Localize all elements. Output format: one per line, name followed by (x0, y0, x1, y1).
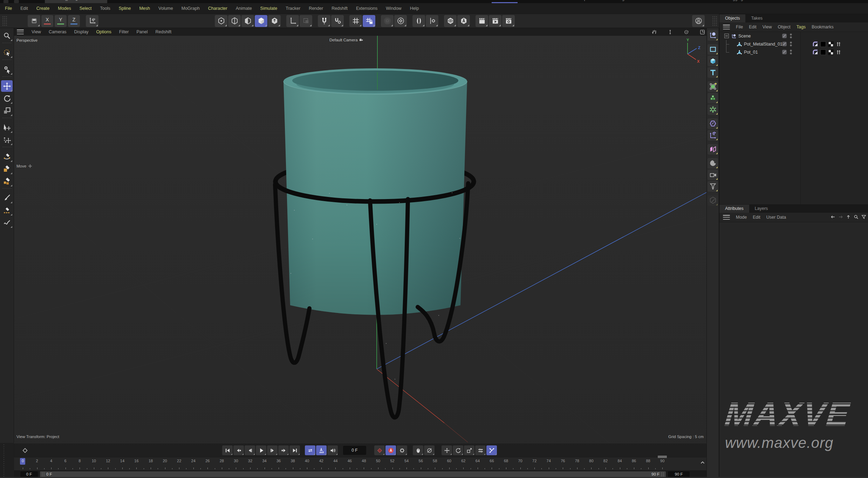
field-object-icon[interactable] (708, 158, 718, 169)
symmetry-gear-icon[interactable] (426, 15, 438, 27)
zoom-tool[interactable] (1, 30, 13, 41)
object-enable-toggle[interactable] (782, 49, 787, 55)
range-grip-left[interactable] (42, 472, 44, 477)
solo-a-icon[interactable] (457, 15, 470, 27)
object-name[interactable]: Pot_MetalStand_01 (744, 42, 782, 47)
spline-rect-object-icon[interactable] (708, 44, 718, 55)
object-manager-menu-view[interactable]: View (763, 25, 772, 29)
visibility-dots[interactable] (790, 41, 792, 47)
up-arrow-icon[interactable] (846, 214, 851, 221)
range-end-marker[interactable] (658, 456, 667, 458)
material-sphere-icon[interactable] (692, 15, 705, 27)
timeline-collapse-icon[interactable] (699, 459, 706, 466)
layout-tab-sculpt[interactable]: Sculpt (567, 0, 596, 3)
snap-icon[interactable] (318, 15, 330, 27)
attribute-manager-menu-mode[interactable]: Mode (736, 215, 747, 220)
normal-tag[interactable] (836, 49, 841, 55)
layout-tab-paint[interactable]: Paint (644, 0, 673, 3)
attribute-manager-tab-attributes[interactable]: Attributes (719, 205, 749, 213)
current-frame-field[interactable]: 0 F (343, 446, 366, 455)
viewport-menu-display[interactable]: Display (74, 29, 89, 34)
symmetry-obj-object-icon[interactable] (708, 144, 718, 155)
viewport-menu-redshift[interactable]: Redshift (155, 29, 171, 34)
param-key-button[interactable] (475, 445, 486, 455)
menu-mograph[interactable]: MoGraph (182, 6, 200, 11)
viewport-menu-cameras[interactable]: Cameras (49, 29, 67, 34)
viewport-menu-filter[interactable]: Filter (119, 29, 129, 34)
rotate-view-icon[interactable] (682, 29, 690, 35)
menu-extensions[interactable]: Extensions (356, 6, 377, 11)
skip-start-button[interactable] (222, 445, 233, 455)
preview-range-slider[interactable]: 0 F 90 F (40, 471, 666, 477)
sound-button[interactable] (327, 445, 338, 455)
drag-grip[interactable] (2, 16, 7, 26)
menu-volume[interactable]: Volume (158, 6, 173, 11)
window-icon[interactable] (4, 0, 8, 3)
play-button[interactable] (256, 445, 266, 455)
render-view-icon[interactable] (476, 15, 488, 27)
sds-object-icon[interactable] (708, 81, 718, 92)
phong-tag[interactable] (813, 41, 818, 47)
menu-select[interactable]: Select (80, 6, 92, 11)
layout-tab-render[interactable]: Render (683, 0, 712, 3)
move-tool[interactable] (1, 80, 13, 92)
poly-mode-icon[interactable] (241, 15, 254, 27)
menu-character[interactable]: Character (208, 6, 227, 11)
pt-mode-icon[interactable] (215, 15, 227, 27)
next-frame-button[interactable] (267, 445, 278, 455)
phong-tag[interactable] (813, 49, 818, 55)
object-enable-toggle[interactable] (782, 33, 787, 39)
layout-tab-sim[interactable]: Sim (837, 0, 866, 3)
menu-tools[interactable]: Tools (100, 6, 110, 11)
pan-view-icon[interactable] (650, 29, 658, 35)
cube-object-icon[interactable] (708, 56, 718, 66)
workplane-icon[interactable] (286, 15, 299, 27)
layout-tab-rigging[interactable]: Rigging (722, 0, 750, 3)
range-grip-right[interactable] (662, 472, 664, 477)
viewport-menu-options[interactable]: Options (96, 29, 111, 34)
menu-simulate[interactable]: Simulate (260, 6, 278, 11)
axis-gizmo[interactable]: Y Z X (678, 38, 704, 64)
box-icon[interactable] (28, 15, 40, 27)
funnel-object-icon[interactable] (708, 181, 718, 192)
axis-mode-icon[interactable] (268, 15, 281, 27)
window-icon-2[interactable] (14, 0, 19, 3)
tweak-tool[interactable] (1, 63, 13, 75)
texture-tag-black[interactable] (820, 41, 826, 47)
layout-tab-design[interactable]: Design (606, 0, 635, 3)
object-manager-menu-file[interactable]: File (736, 25, 743, 29)
autokey-range-button[interactable] (316, 445, 327, 455)
pencil-hex-object-icon[interactable] (708, 195, 718, 206)
keyframe-diamond-icon[interactable] (20, 445, 30, 455)
quantize-icon[interactable] (363, 15, 375, 27)
axis-lock-z[interactable]: Z (68, 15, 80, 27)
axis-cube-object-icon[interactable] (708, 130, 718, 141)
range-start-field[interactable]: 0 F (20, 471, 38, 477)
prev-frame-button[interactable] (245, 445, 255, 455)
attribute-manager-tab-layers[interactable]: Layers (749, 205, 774, 213)
menu-animate[interactable]: Animate (236, 6, 252, 11)
generator-object-icon[interactable] (708, 104, 718, 115)
soft-move-tool[interactable] (1, 134, 13, 145)
snap-gear-icon[interactable] (331, 15, 344, 27)
rot-rec-button[interactable] (424, 445, 435, 455)
deformer-object-icon[interactable] (708, 118, 718, 129)
text-object-icon[interactable] (708, 67, 718, 78)
viewport-menu-view[interactable]: View (32, 29, 41, 34)
poly-pen-tool[interactable] (1, 175, 13, 187)
menu-edit[interactable]: Edit (20, 6, 28, 11)
record-key-button[interactable] (374, 445, 385, 455)
rotate-tool[interactable] (1, 93, 13, 104)
object-manager-menu-edit[interactable]: Edit (749, 25, 757, 29)
object-enable-toggle[interactable] (782, 41, 787, 47)
visibility-dots[interactable] (790, 33, 792, 39)
volume-object-icon[interactable] (708, 93, 718, 103)
symmetry-icon[interactable] (412, 15, 425, 27)
document-tab[interactable]: Vases_design (45, 0, 107, 3)
drag-grip[interactable] (712, 16, 717, 26)
viewport-menu-icon[interactable] (17, 29, 24, 34)
workplane2-icon[interactable] (300, 15, 312, 27)
layout-tab-model[interactable]: Model (529, 0, 558, 3)
menu-redshift[interactable]: Redshift (332, 6, 348, 11)
forward-arrow-icon[interactable] (838, 214, 843, 221)
